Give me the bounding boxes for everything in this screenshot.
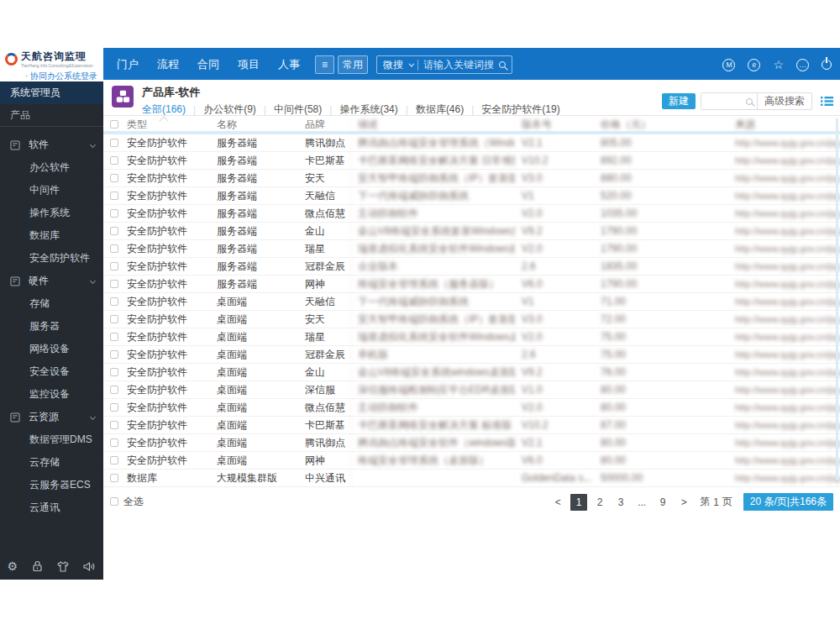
more-icon[interactable]: … — [796, 59, 809, 71]
topnav-item[interactable]: 门户 — [117, 57, 139, 72]
lock-icon[interactable] — [32, 560, 43, 572]
table-row[interactable]: 安全防护软件桌面端微点佰慧主动防御软件V2.080.00http://www.q… — [103, 399, 840, 417]
sidebar-item[interactable]: 中间件 — [0, 179, 103, 202]
tab-filter[interactable]: 数据库(46) — [416, 102, 464, 117]
table-row[interactable]: 安全防护软件桌面端网神终端安全管理系统（桌面版）V6.080.00http://… — [103, 452, 840, 470]
row-checkbox[interactable] — [110, 333, 118, 341]
row-checkbox[interactable] — [110, 244, 118, 253]
page-number-button[interactable]: 1 — [570, 494, 587, 511]
tab-filter[interactable]: 全部(166) — [142, 102, 186, 117]
message-icon[interactable]: e — [748, 59, 760, 71]
select-all-checkbox[interactable] — [110, 497, 118, 506]
settings-gear-icon[interactable]: ⚙ — [8, 559, 18, 573]
row-checkbox[interactable] — [110, 474, 118, 482]
sidebar-item[interactable]: 数据库 — [0, 224, 103, 247]
header-checkbox[interactable] — [110, 120, 118, 129]
page-prev-button[interactable]: < — [549, 494, 566, 511]
row-checkbox[interactable] — [110, 139, 118, 147]
table-row[interactable]: 安全防护软件桌面端瑞星瑞星虚拟化系统安全软件Windows桌面版V2.075.0… — [103, 328, 840, 346]
table-row[interactable]: 安全防护软件服务器端微点佰慧主动防御软件V2.01035.00http://ww… — [103, 205, 840, 223]
scrollbar[interactable] — [836, 118, 838, 480]
sidebar-group-header[interactable]: 云资源 — [0, 406, 103, 428]
table-row[interactable]: 安全防护软件服务器端天融信下一代终端威胁防御系统V1520.00http://w… — [103, 187, 840, 205]
advanced-search-button[interactable]: 高级搜索 — [758, 94, 811, 108]
row-checkbox[interactable] — [110, 192, 118, 200]
sidebar-item[interactable]: 操作系统 — [0, 202, 103, 224]
sidebar-item[interactable]: 云通讯 — [0, 496, 103, 519]
power-icon[interactable] — [822, 60, 832, 70]
sidebar-item[interactable]: 监控设备 — [0, 383, 103, 406]
page-next-button[interactable]: > — [675, 494, 692, 511]
table-row[interactable]: 安全防护软件桌面端天融信下一代终端威胁防御系统V171.00http://www… — [103, 293, 840, 311]
row-checkbox[interactable] — [110, 368, 118, 376]
table-row[interactable]: 安全防护软件桌面端腾讯御点腾讯御点终端安全软件（windows版）V2.1V2.… — [103, 434, 840, 452]
table-row[interactable]: 数据库大规模集群版中兴通讯GoldenData s...50000.00http… — [103, 470, 840, 487]
tab-filter[interactable]: 操作系统(34) — [339, 102, 397, 117]
page-size-summary-badge[interactable]: 20 条/页|共166条 — [743, 493, 833, 511]
oa-login-link[interactable]: · 协同办公系统登录 — [25, 71, 103, 82]
search-icon[interactable] — [746, 98, 753, 105]
topnav-item[interactable]: 人事 — [278, 57, 300, 72]
table-row[interactable]: 安全防护软件桌面端金山金山V8终端安全系统windows桌面版V9.276.00… — [103, 364, 840, 381]
sidebar-item[interactable]: 安全防护软件 — [0, 247, 103, 270]
sidebar-role-label[interactable]: 系统管理员 — [0, 81, 103, 104]
row-checkbox[interactable] — [110, 438, 118, 447]
tab-filter[interactable]: 中间件(58) — [274, 102, 322, 117]
theme-shirt-icon[interactable] — [57, 561, 69, 572]
sidebar-item[interactable]: 网络设备 — [0, 338, 103, 360]
table-row[interactable]: 安全防护软件服务器端腾讯御点腾讯御点终端安全管理系统（Windows版）V2.1… — [103, 134, 840, 152]
page-number-button[interactable]: 9 — [654, 494, 671, 511]
search-icon[interactable] — [499, 61, 506, 68]
row-checkbox[interactable] — [110, 456, 118, 465]
tab-filter[interactable]: 安全防护软件(19) — [481, 102, 559, 117]
search-placeholder[interactable]: 请输入关键词搜 — [423, 58, 494, 72]
row-checkbox[interactable] — [110, 386, 118, 394]
sidebar-group-header[interactable]: 软件 — [0, 134, 103, 156]
row-checkbox[interactable] — [110, 156, 118, 165]
favorites-star-icon[interactable]: ☆ — [773, 59, 784, 71]
table-row[interactable]: 安全防护软件服务器端金山金山V8终端安全系统套装Windows服务器版V9.21… — [103, 223, 840, 240]
row-checkbox[interactable] — [110, 315, 118, 323]
tab-filter[interactable]: 办公软件(9) — [203, 102, 256, 117]
m-badge-icon[interactable]: M — [722, 59, 735, 71]
sidebar-group-header[interactable]: 硬件 — [0, 270, 103, 292]
select-all-control[interactable]: 全选 — [110, 495, 144, 509]
sidebar-section-product[interactable]: 产品 — [0, 104, 103, 127]
sidebar-item[interactable]: 存储 — [0, 292, 103, 315]
list-view-toggle-icon[interactable] — [821, 96, 833, 107]
sidebar-item[interactable]: 云存储 — [0, 451, 103, 474]
table-search-input[interactable] — [701, 93, 742, 109]
sidebar-item[interactable]: 服务器 — [0, 315, 103, 338]
table-row[interactable]: 安全防护软件服务器端网神终端安全管理系统（服务器版）V6.01790.00htt… — [103, 276, 840, 293]
table-row[interactable]: 安全防护软件服务器端冠群金辰企业版本2.61835.00http://www.q… — [103, 258, 840, 276]
row-checkbox[interactable] — [110, 350, 118, 359]
page-number-button[interactable]: 2 — [591, 494, 608, 511]
topnav-item[interactable]: 流程 — [157, 57, 179, 72]
page-number-button[interactable]: 3 — [612, 494, 629, 511]
new-button[interactable]: 新建 — [662, 93, 696, 109]
sidebar-item[interactable]: 办公软件 — [0, 156, 103, 179]
menu-button[interactable]: ≡ — [315, 55, 334, 74]
row-checkbox[interactable] — [110, 403, 118, 412]
table-row[interactable]: 安全防护软件桌面端冠群金辰单机版2.675.00http://www.qyjg.… — [103, 346, 840, 364]
page-jump-input[interactable]: 1 — [713, 496, 719, 508]
row-checkbox[interactable] — [110, 174, 118, 182]
table-row[interactable]: 安全防护软件服务器端卡巴斯基卡巴斯基网络安全解决方案 日常维护授权V10.289… — [103, 152, 840, 170]
table-row[interactable]: 安全防护软件服务器端安天安天智甲终端防御系统（IP）套装版V3.0880.00h… — [103, 170, 840, 187]
table-row[interactable]: 安全防护软件桌面端卡巴斯基卡巴斯基网络安全解决方案 标准版（KL）V10.287… — [103, 417, 840, 434]
sidebar-item[interactable]: 云服务器ECS — [0, 474, 103, 496]
row-checkbox[interactable] — [110, 262, 118, 270]
table-row[interactable]: 安全防护软件服务器端瑞星瑞星虚拟化系统安全软件Windows服务器版V2.017… — [103, 240, 840, 258]
sidebar-item[interactable]: 安全设备 — [0, 360, 103, 383]
common-apps-button[interactable]: 常用 — [338, 55, 368, 74]
row-checkbox[interactable] — [110, 297, 118, 306]
row-checkbox[interactable] — [110, 209, 118, 218]
sidebar-item[interactable]: 数据管理DMS — [0, 428, 103, 451]
topnav-item[interactable]: 项目 — [238, 57, 260, 72]
search-scope-label[interactable]: 微搜 — [383, 58, 403, 72]
table-row[interactable]: 安全防护软件桌面端安天安天智甲终端防御系统（IP）套装版V3.072.00htt… — [103, 311, 840, 328]
row-checkbox[interactable] — [110, 227, 118, 235]
topnav-item[interactable]: 合同 — [197, 57, 219, 72]
sound-speaker-icon[interactable] — [83, 561, 96, 572]
table-row[interactable]: 安全防护软件桌面端深信服深信服终端检测响应平台EDR桌面版V1.080.00ht… — [103, 381, 840, 399]
